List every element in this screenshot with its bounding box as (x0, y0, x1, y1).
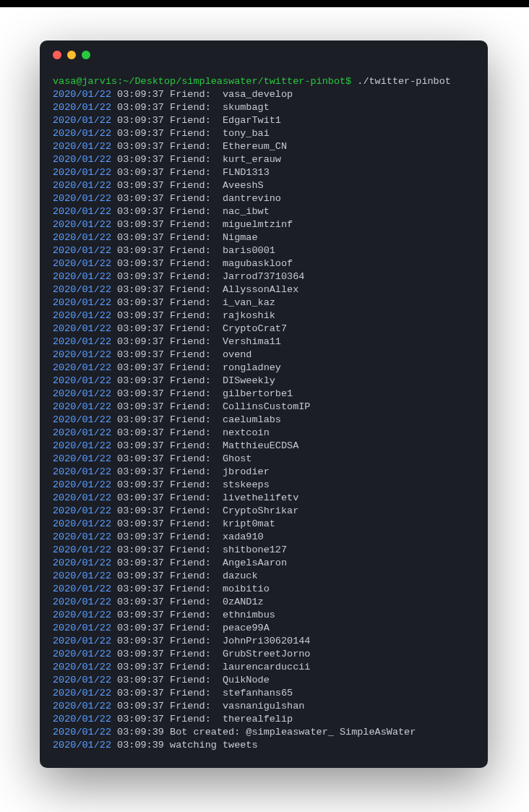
log-line: 2020/01/22 03:09:37 Friend: stefanhans65 (53, 687, 475, 700)
log-date: 2020/01/22 (53, 297, 111, 308)
log-line: 2020/01/22 03:09:37 Friend: nac_ibwt (53, 205, 475, 218)
log-date: 2020/01/22 (53, 154, 111, 165)
log-line: 2020/01/22 03:09:37 Friend: CryptoShrika… (53, 505, 475, 518)
log-line: 2020/01/22 03:09:37 Friend: miguelmtzinf (53, 218, 475, 231)
log-message: 03:09:37 Friend: jbrodier (111, 466, 270, 477)
log-line: 2020/01/22 03:09:37 Friend: AllyssonAlle… (53, 283, 475, 296)
log-message: 03:09:37 Friend: rongladney (111, 362, 281, 373)
log-line: 2020/01/22 03:09:37 Friend: AngelsAaron (53, 557, 475, 570)
log-message: 03:09:37 Friend: EdgarTwit1 (111, 115, 281, 126)
log-date: 2020/01/22 (53, 492, 111, 503)
log-line: 2020/01/22 03:09:37 Friend: rongladney (53, 362, 475, 375)
log-line: 2020/01/22 03:09:37 Friend: MatthieuECDS… (53, 440, 475, 453)
log-date: 2020/01/22 (53, 662, 111, 672)
log-message: 03:09:37 Friend: stskeeps (111, 479, 270, 490)
log-date: 2020/01/22 (53, 531, 111, 542)
log-message: 03:09:37 Friend: dazuck (111, 570, 258, 581)
log-date: 2020/01/22 (53, 401, 111, 412)
page-top-bar (0, 0, 529, 7)
log-message: 03:09:37 Friend: Vershima11 (111, 336, 281, 347)
log-date: 2020/01/22 (53, 479, 111, 490)
log-line: 2020/01/22 03:09:37 Friend: GrubStreetJo… (53, 648, 475, 661)
log-message: 03:09:37 Friend: MatthieuECDSA (111, 440, 298, 451)
log-message: 03:09:37 Friend: GrubStreetJorno (111, 649, 310, 659)
log-message: 03:09:37 Friend: Jarrod73710364 (111, 271, 304, 282)
terminal-content[interactable]: vasa@jarvis:~/Desktop/simpleaswater/twit… (40, 69, 488, 768)
log-message: 03:09:37 Friend: DISweekly (111, 375, 275, 386)
log-date: 2020/01/22 (53, 610, 111, 620)
log-line: 2020/01/22 03:09:37 Friend: rajkoshik (53, 309, 475, 322)
log-date: 2020/01/22 (53, 193, 111, 204)
log-line: 2020/01/22 03:09:37 Friend: vasa_develop (53, 88, 475, 101)
log-line: 2020/01/22 03:09:37 Friend: ovend (53, 349, 475, 362)
log-line: 2020/01/22 03:09:37 Friend: kurt_erauw (53, 153, 475, 166)
log-message: 03:09:37 Friend: Ethereum_CN (111, 141, 287, 152)
log-date: 2020/01/22 (53, 623, 111, 633)
log-line: 2020/01/22 03:09:37 Friend: Nigmae (53, 231, 475, 244)
log-date: 2020/01/22 (53, 740, 111, 751)
log-line: 2020/01/22 03:09:37 Friend: laurencarduc… (53, 661, 475, 674)
log-date: 2020/01/22 (53, 597, 111, 607)
log-line: 2020/01/22 03:09:37 Friend: CollinsCusto… (53, 401, 475, 414)
log-message: 03:09:37 Friend: ethnimbus (111, 610, 275, 620)
log-line: 2020/01/22 03:09:37 Friend: therealfelip (53, 713, 475, 726)
log-line: 2020/01/22 03:09:37 Friend: DISweekly (53, 375, 475, 388)
log-line: 2020/01/22 03:09:37 Friend: stskeeps (53, 479, 475, 492)
log-date: 2020/01/22 (53, 89, 111, 100)
minimize-icon[interactable] (67, 51, 76, 59)
log-date: 2020/01/22 (53, 701, 111, 711)
log-date: 2020/01/22 (53, 115, 111, 126)
log-date: 2020/01/22 (53, 102, 111, 113)
log-message: 03:09:37 Friend: nextcoin (111, 427, 270, 438)
log-line: 2020/01/22 03:09:39 Bot created: @simple… (53, 726, 475, 739)
log-message: 03:09:37 Friend: skumbagt (111, 102, 270, 113)
prompt-line: vasa@jarvis:~/Desktop/simpleaswater/twit… (53, 75, 475, 88)
prompt-symbol: $ (345, 76, 351, 87)
log-line: 2020/01/22 03:09:37 Friend: AveeshS (53, 179, 475, 192)
log-message: 03:09:37 Friend: moibitio (111, 584, 270, 594)
log-line: 2020/01/22 03:09:37 Friend: magubaskloof (53, 257, 475, 270)
log-date: 2020/01/22 (53, 284, 111, 295)
window-titlebar[interactable] (40, 40, 488, 69)
log-message: 03:09:39 watching tweets (111, 740, 258, 751)
close-icon[interactable] (53, 51, 61, 59)
log-line: 2020/01/22 03:09:37 Friend: 0zAND1z (53, 596, 475, 609)
log-message: 03:09:37 Friend: laurencarduccii (111, 662, 310, 672)
log-line: 2020/01/22 03:09:37 Friend: Jarrod737103… (53, 270, 475, 283)
log-line: 2020/01/22 03:09:37 Friend: peace99A (53, 622, 475, 635)
log-line: 2020/01/22 03:09:37 Friend: dazuck (53, 570, 475, 583)
log-date: 2020/01/22 (53, 375, 111, 386)
log-line: 2020/01/22 03:09:37 Friend: shitbone127 (53, 544, 475, 557)
log-date: 2020/01/22 (53, 466, 111, 477)
log-line: 2020/01/22 03:09:37 Friend: kript0mat (53, 518, 475, 531)
log-date: 2020/01/22 (53, 518, 111, 529)
log-date: 2020/01/22 (53, 544, 111, 555)
log-date: 2020/01/22 (53, 388, 111, 399)
log-message: 03:09:37 Friend: Ghost (111, 453, 251, 464)
log-date: 2020/01/22 (53, 427, 111, 438)
log-line: 2020/01/22 03:09:37 Friend: CryptoCrat7 (53, 322, 475, 336)
prompt-path: ~/Desktop/simpleaswater/twitter-pinbot (123, 76, 345, 87)
log-line: 2020/01/22 03:09:37 Friend: caelumlabs (53, 414, 475, 427)
log-date: 2020/01/22 (53, 167, 111, 178)
maximize-icon[interactable] (82, 51, 90, 59)
log-message: 03:09:37 Friend: tony_bai (111, 128, 270, 139)
log-line: 2020/01/22 03:09:37 Friend: tony_bai (53, 127, 475, 140)
log-date: 2020/01/22 (53, 570, 111, 581)
log-message: 03:09:37 Friend: ovend (111, 349, 251, 360)
log-date: 2020/01/22 (53, 323, 111, 334)
log-line: 2020/01/22 03:09:37 Friend: ethnimbus (53, 609, 475, 622)
log-message: 03:09:37 Friend: FLND1313 (111, 167, 270, 178)
log-date: 2020/01/22 (53, 206, 111, 217)
log-date: 2020/01/22 (53, 675, 111, 685)
log-line: 2020/01/22 03:09:37 Friend: baris0001 (53, 244, 475, 257)
log-date: 2020/01/22 (53, 141, 111, 152)
log-message: 03:09:37 Friend: kurt_erauw (111, 154, 281, 165)
log-line: 2020/01/22 03:09:37 Friend: skumbagt (53, 101, 475, 114)
log-line: 2020/01/22 03:09:39 watching tweets (53, 739, 475, 752)
log-message: 03:09:37 Friend: AllyssonAllex (111, 284, 298, 295)
log-line: 2020/01/22 03:09:37 Friend: moibitio (53, 583, 475, 596)
log-line: 2020/01/22 03:09:37 Friend: xada910 (53, 531, 475, 544)
log-message: 03:09:37 Friend: kript0mat (111, 518, 275, 529)
log-message: 03:09:37 Friend: magubaskloof (111, 258, 293, 269)
